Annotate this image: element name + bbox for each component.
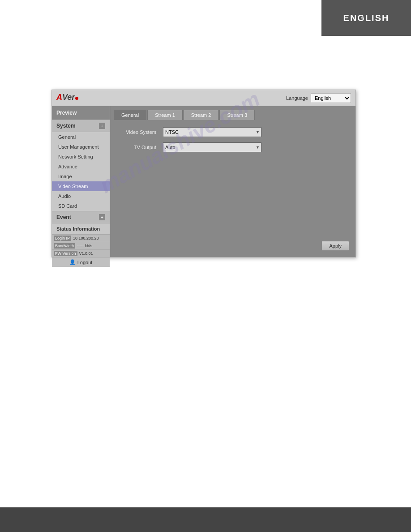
logout-row[interactable]: 👤 Logout: [52, 257, 110, 267]
tv-output-row: TV Output: Auto NTSC PAL: [117, 142, 348, 152]
tab-stream3[interactable]: Stream 3: [219, 110, 255, 120]
app-body: Preview System + General User Management…: [52, 106, 355, 257]
tab-general[interactable]: General: [114, 110, 146, 120]
bandwidth-row: Bandwidth ----- kb/s: [52, 242, 110, 250]
event-section-header[interactable]: Event +: [52, 211, 110, 223]
system-label: System: [56, 123, 76, 129]
event-expand-icon[interactable]: +: [99, 214, 105, 220]
logout-label: Logout: [77, 260, 93, 265]
event-label: Event: [56, 214, 71, 220]
language-selector: Language English Chinese French German S…: [286, 93, 351, 103]
logo-a: A: [56, 93, 62, 102]
system-section-header[interactable]: System +: [52, 120, 110, 132]
fw-version-value: V1.0.01: [79, 251, 93, 256]
sidebar-item-sd-card[interactable]: SD Card: [52, 201, 110, 211]
sidebar-preview[interactable]: Preview: [52, 106, 110, 120]
fw-version-label: FW Version: [54, 251, 77, 256]
sidebar-item-image[interactable]: Image: [52, 172, 110, 181]
video-system-select-wrapper: NTSC PAL Auto: [163, 127, 261, 137]
login-ip-row: Login IP 10.100.200.23: [52, 235, 110, 242]
bottom-bar: [0, 507, 411, 532]
video-system-select[interactable]: NTSC PAL Auto: [163, 127, 261, 137]
tab-stream1[interactable]: Stream 1: [147, 110, 183, 120]
app-header: A Ver Language English Chinese French Ge…: [52, 90, 355, 106]
english-banner: ENGLISH: [321, 0, 411, 36]
tv-output-select-wrapper: Auto NTSC PAL: [163, 142, 261, 152]
language-select[interactable]: English Chinese French German Spanish: [311, 93, 351, 103]
english-label: ENGLISH: [343, 13, 390, 23]
video-system-row: Video System: NTSC PAL Auto: [117, 127, 348, 137]
content-area: Video System: NTSC PAL Auto TV Output:: [110, 120, 355, 257]
fw-version-row: FW Version V1.0.01: [52, 250, 110, 257]
login-ip-value: 10.100.200.23: [73, 236, 99, 240]
user-icon: 👤: [69, 259, 76, 265]
aver-logo: A Ver: [56, 93, 78, 103]
main-content: General Stream 1 Stream 2 Stream 3 Video…: [110, 106, 355, 257]
sidebar-status-information[interactable]: Status Information: [52, 223, 110, 234]
logo-dot: [75, 97, 78, 100]
login-ip-label: Login IP: [54, 236, 71, 241]
tab-stream2[interactable]: Stream 2: [184, 110, 219, 120]
tv-output-label: TV Output:: [117, 145, 158, 150]
tabs-bar: General Stream 1 Stream 2 Stream 3: [110, 106, 355, 120]
app-window: A Ver Language English Chinese French Ge…: [51, 90, 356, 257]
sidebar-item-video-stream[interactable]: Video Stream: [52, 181, 110, 191]
apply-button[interactable]: Apply: [321, 241, 349, 251]
logo-ver: Ver: [62, 93, 75, 102]
sidebar-item-audio[interactable]: Audio: [52, 191, 110, 201]
sidebar-item-advance[interactable]: Advance: [52, 162, 110, 172]
video-system-label: Video System:: [117, 129, 158, 135]
sidebar-info: Login IP 10.100.200.23 Bandwidth ----- k…: [52, 234, 110, 267]
sidebar: Preview System + General User Management…: [52, 106, 110, 257]
sidebar-item-network-setting[interactable]: Network Setting: [52, 152, 110, 162]
bandwidth-value: ----- kb/s: [77, 244, 92, 248]
tv-output-select[interactable]: Auto NTSC PAL: [163, 142, 261, 152]
system-expand-icon[interactable]: +: [99, 123, 105, 129]
language-label: Language: [286, 95, 308, 101]
sidebar-item-general[interactable]: General: [52, 132, 110, 142]
bandwidth-label: Bandwidth: [54, 243, 75, 249]
sidebar-item-user-management[interactable]: User Management: [52, 142, 110, 152]
